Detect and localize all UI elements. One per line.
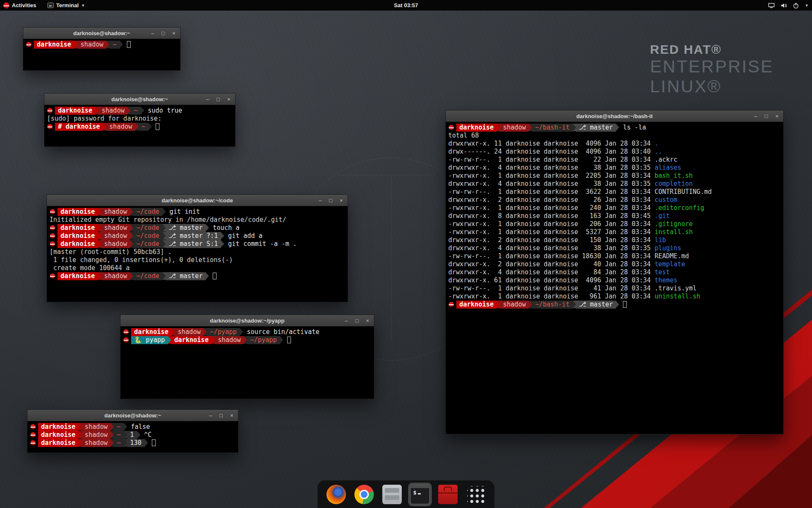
clock[interactable]: Sat 03:57 xyxy=(394,2,418,8)
titlebar[interactable]: darknoise@shadow:~ – □ × xyxy=(23,28,180,39)
terminal-body[interactable]: darknoiseshadow~/pyappsource bin/activat… xyxy=(121,326,374,346)
maximize-button[interactable]: □ xyxy=(327,197,334,204)
output-text: . xyxy=(655,140,658,147)
redhat-prompt-icon xyxy=(449,302,454,307)
output-text: [master (root-commit) 50bcb63] . xyxy=(49,248,172,256)
output-line: [master (root-commit) 50bcb63] . xyxy=(49,248,345,256)
prompt-segment: darknoise xyxy=(456,124,497,132)
window-title: darknoise@shadow:~/code xyxy=(47,197,348,204)
minimize-button[interactable]: – xyxy=(752,113,759,120)
prompt-segment: shadow xyxy=(82,439,110,447)
maximize-button[interactable]: □ xyxy=(763,113,770,120)
toolbox-icon xyxy=(438,485,458,504)
output-text: drwxrwxr-x. 2 darknoise darknoise 40 Jan… xyxy=(448,260,655,268)
dock-item-files[interactable] xyxy=(380,483,404,506)
prompt-segment: darknoise xyxy=(55,107,95,115)
powerline-separator-icon xyxy=(95,107,99,114)
titlebar[interactable]: darknoise@shadow:~/code – □ × xyxy=(47,195,348,206)
brand-redhat: RED HAT® xyxy=(650,42,774,57)
powerline-separator-icon xyxy=(573,301,576,308)
command-text: touch a xyxy=(213,224,239,232)
prompt-segment: ~/code xyxy=(133,240,162,248)
maximize-button[interactable]: □ xyxy=(215,96,222,103)
powerline-separator-icon xyxy=(130,240,133,248)
minimize-button[interactable]: – xyxy=(317,197,324,204)
terminal-cursor xyxy=(152,439,156,446)
minimize-button[interactable]: – xyxy=(149,30,156,37)
prompt-segment: ~ xyxy=(110,41,119,49)
output-text: -rw-rw-r--. 1 darknoise darknoise 18630 … xyxy=(448,252,655,260)
command-text: ^C xyxy=(144,431,152,439)
redhat-prompt-icon xyxy=(30,424,36,429)
powerline-separator-icon xyxy=(162,224,166,232)
output-line: -rw-rw-r--. 1 darknoise darknoise 41 Jan… xyxy=(448,284,781,293)
titlebar[interactable]: darknoise@shadow:~/bash-it – □ × xyxy=(446,110,783,122)
output-text: .. xyxy=(655,148,662,155)
output-text: lib xyxy=(655,236,666,244)
dock-item-chrome[interactable] xyxy=(352,483,376,506)
powerline-separator-icon xyxy=(120,41,123,48)
minimize-button[interactable]: – xyxy=(343,318,350,324)
maximize-button[interactable]: □ xyxy=(354,318,360,324)
powerline-separator-icon xyxy=(529,124,532,131)
app-menu-terminal[interactable]: Terminal ▼ xyxy=(47,2,85,8)
powerline-separator-icon xyxy=(497,124,500,131)
app-menu-label: Terminal xyxy=(56,2,79,8)
prompt-segment: darknoise xyxy=(58,224,98,232)
files-icon xyxy=(382,485,402,504)
terminal-window-home-1: darknoise@shadow:~ – □ × darknoiseshadow… xyxy=(23,27,181,71)
window-title: darknoise@shadow:~/bash-it xyxy=(446,113,783,119)
dock-item-terminal[interactable]: $ xyxy=(408,483,432,506)
window-title: darknoise@shadow:~/pyapp xyxy=(121,318,374,324)
prompt-segment: darknoise xyxy=(38,423,78,431)
system-status-area[interactable]: ▼ xyxy=(768,2,809,9)
dock-item-firefox[interactable] xyxy=(324,483,348,506)
powerline-separator-icon xyxy=(221,232,224,240)
titlebar[interactable]: darknoise@shadow:~ – □ × xyxy=(44,94,235,105)
output-text: -rwxrwxr-x. 1 darknoise darknoise 2205 J… xyxy=(448,172,655,179)
prompt-segment: shadow xyxy=(500,124,529,132)
close-button[interactable]: × xyxy=(225,96,232,103)
powerline-separator-icon xyxy=(78,431,82,439)
redhat-prompt-icon xyxy=(47,124,52,129)
maximize-button[interactable]: □ xyxy=(218,412,225,419)
terminal-cursor xyxy=(156,123,159,130)
powerline-separator-icon xyxy=(244,336,247,344)
close-button[interactable]: × xyxy=(774,113,780,120)
power-icon xyxy=(793,2,799,9)
powerline-separator-icon xyxy=(616,124,619,131)
minimize-button[interactable]: – xyxy=(204,96,211,103)
prompt-segment: ~/pyapp xyxy=(247,336,280,344)
prompt-segment: ⎇ master xyxy=(166,272,206,280)
maximize-button[interactable]: □ xyxy=(160,30,167,37)
prompt-line: darknoiseshadow~/bash-it⎇ master xyxy=(448,301,781,309)
powerline-separator-icon xyxy=(130,232,133,240)
output-text: README.md xyxy=(655,252,689,260)
prompt-line: darknoiseshadow~/code⎇ master ?:1git add… xyxy=(49,232,345,240)
titlebar[interactable]: darknoise@shadow:~/pyapp – □ × xyxy=(121,315,374,326)
dock-item-toolbox[interactable] xyxy=(436,483,460,506)
close-button[interactable]: × xyxy=(228,412,235,419)
terminal-body[interactable]: darknoiseshadow~ xyxy=(23,39,180,50)
close-button[interactable]: × xyxy=(338,197,345,204)
close-button[interactable]: × xyxy=(170,30,177,37)
close-button[interactable]: × xyxy=(364,318,371,324)
output-text: test xyxy=(655,268,670,276)
firefox-icon xyxy=(326,485,346,504)
activities-button[interactable]: Activities xyxy=(0,2,36,8)
terminal-body[interactable]: darknoiseshadow~sudo true[sudo] password… xyxy=(44,105,235,133)
prompt-line: darknoiseshadow~/code⎇ mastertouch a xyxy=(49,224,345,232)
dock-item-show-apps[interactable] xyxy=(464,483,488,506)
powerline-separator-icon xyxy=(221,240,224,248)
terminal-body[interactable]: darknoiseshadow~/bash-it⎇ masterls -lato… xyxy=(446,122,783,310)
output-text: install.sh xyxy=(655,228,693,236)
redhat-prompt-icon xyxy=(47,108,52,113)
terminal-body[interactable]: darknoiseshadow~/codegit initInitialized… xyxy=(47,206,348,282)
minimize-button[interactable]: – xyxy=(207,412,214,419)
titlebar[interactable]: darknoise@shadow:~ – □ × xyxy=(27,410,238,421)
prompt-segment: ⎇ master ?:1 xyxy=(166,232,221,240)
powerline-separator-icon xyxy=(616,301,619,308)
terminal-app-icon xyxy=(47,3,54,8)
prompt-segment: # darknoise xyxy=(55,123,103,131)
terminal-body[interactable]: darknoiseshadow~falsedarknoiseshadow~1^C… xyxy=(27,421,238,449)
